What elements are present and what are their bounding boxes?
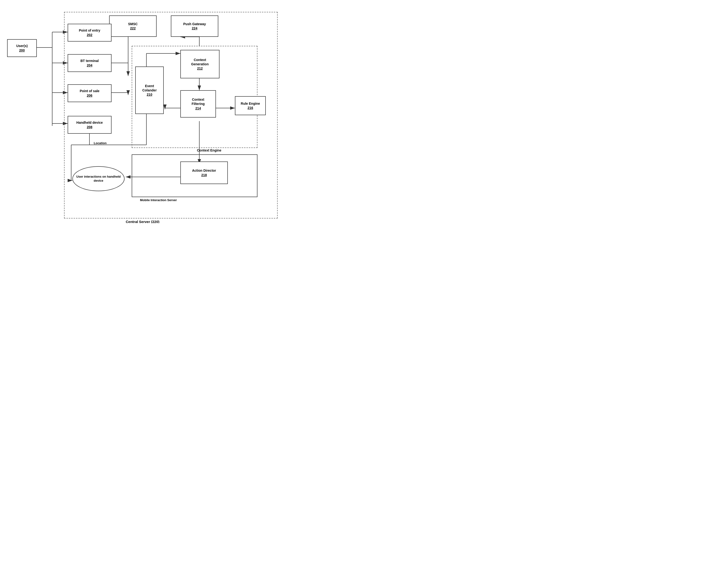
push-gateway-box: Push Gateway 224 bbox=[171, 15, 218, 37]
mobile-server-label: Mobile Interaction Server bbox=[140, 198, 177, 202]
event-colander-box: EventColander 210 bbox=[135, 66, 164, 114]
location-label: Location bbox=[94, 141, 107, 145]
handheld-device-box: Handheld device 208 bbox=[68, 116, 112, 134]
central-server-label: Central Server (220) bbox=[126, 220, 159, 223]
point-of-entry-box: Point of entry 202 bbox=[68, 24, 112, 42]
context-engine-label: Context Engine bbox=[197, 148, 221, 152]
context-filtering-box: ContextFiltering 214 bbox=[180, 90, 216, 117]
rule-engine-box: Rule Engine 216 bbox=[235, 96, 266, 115]
diagram: Central Server (220) SMSC 222 Push Gatew… bbox=[0, 0, 285, 223]
users-box: User(s) 200 bbox=[7, 39, 37, 57]
action-director-box: Action Director 218 bbox=[180, 161, 228, 184]
smsc-box: SMSC 222 bbox=[109, 15, 157, 37]
user-interactions-ellipse: User interactions on handheld device bbox=[72, 166, 125, 191]
context-generation-box: ContextGeneration 212 bbox=[180, 50, 219, 78]
point-of-sale-box: Point of sale 206 bbox=[68, 84, 112, 102]
bt-terminal-box: BT terminal 204 bbox=[68, 54, 112, 72]
